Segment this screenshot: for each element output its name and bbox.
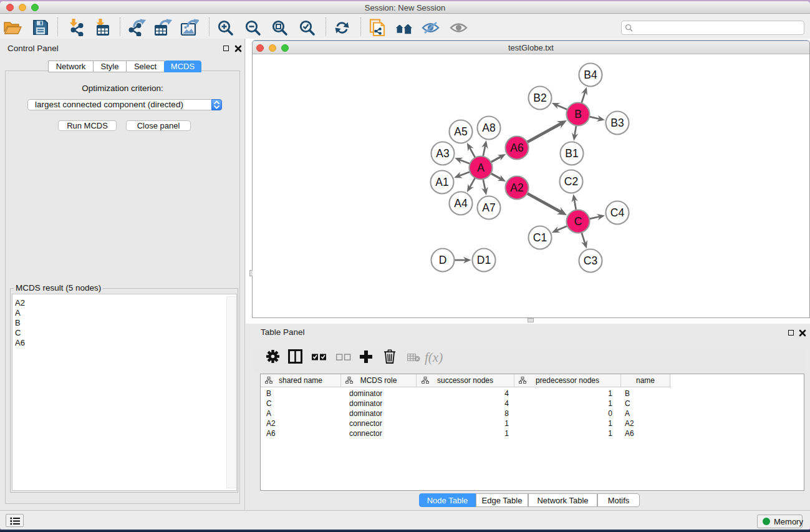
svg-text:A: A <box>477 162 485 174</box>
svg-text:B1: B1 <box>565 147 578 160</box>
svg-text:B4: B4 <box>584 69 597 81</box>
svg-text:C: C <box>574 215 582 228</box>
svg-text:A3: A3 <box>436 147 449 160</box>
svg-text:A5: A5 <box>454 125 467 138</box>
svg-text:A1: A1 <box>435 176 448 188</box>
svg-text:B2: B2 <box>533 92 546 104</box>
svg-text:B3: B3 <box>610 117 624 129</box>
svg-text:B: B <box>574 108 582 120</box>
svg-text:A7: A7 <box>482 201 495 214</box>
svg-text:C4: C4 <box>610 206 625 219</box>
svg-text:A2: A2 <box>510 181 523 194</box>
svg-text:C2: C2 <box>564 175 578 188</box>
svg-text:A6: A6 <box>510 142 523 154</box>
svg-text:C3: C3 <box>584 254 597 267</box>
svg-text:A4: A4 <box>454 197 468 210</box>
svg-text:D1: D1 <box>477 254 491 266</box>
svg-text:A8: A8 <box>482 122 495 134</box>
svg-text:D: D <box>439 254 447 266</box>
svg-text:C1: C1 <box>533 231 547 244</box>
